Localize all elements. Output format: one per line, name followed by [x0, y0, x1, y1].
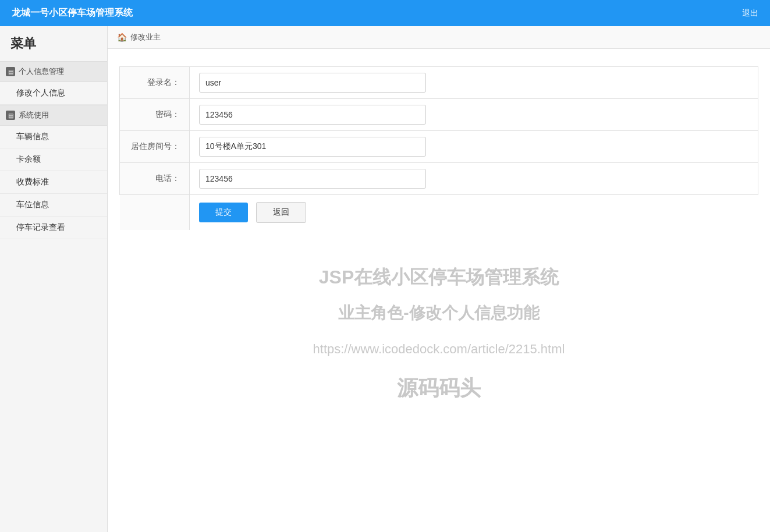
watermark-line4: 源码码头: [119, 374, 758, 403]
breadcrumb: 🏠 修改业主: [108, 26, 770, 49]
main-content: 🏠 修改业主 登录名： 密码：: [108, 26, 770, 532]
username-input[interactable]: [199, 73, 426, 93]
input-cell-username: [190, 67, 758, 99]
form-area: 登录名： 密码： 居住房间号：: [108, 49, 770, 242]
sidebar-item-parking-record[interactable]: 停车记录查看: [0, 217, 107, 239]
form-row-buttons: 提交 返回: [120, 195, 758, 230]
back-button[interactable]: 返回: [256, 202, 306, 223]
buttons-cell: 提交 返回: [190, 195, 758, 230]
form-row-room: 居住房间号：: [120, 131, 758, 163]
logout-button[interactable]: 退出: [742, 8, 758, 19]
app-title: 龙城一号小区停车场管理系统: [12, 7, 133, 19]
layout: 菜单 ▤ 个人信息管理 修改个人信息 ▤ 系统使用 车辆信息 卡余额 收费标准 …: [0, 26, 770, 532]
form-row-phone: 电话：: [120, 163, 758, 195]
watermark-line3: https://www.icodedock.com/article/2215.h…: [119, 342, 758, 357]
sidebar-item-modify-personal[interactable]: 修改个人信息: [0, 82, 107, 105]
sidebar-section-personal: ▤ 个人信息管理: [0, 61, 107, 82]
sidebar-item-card-balance[interactable]: 卡余额: [0, 148, 107, 171]
phone-input[interactable]: [199, 169, 426, 189]
room-input[interactable]: [199, 137, 426, 157]
sidebar: 菜单 ▤ 个人信息管理 修改个人信息 ▤ 系统使用 车辆信息 卡余额 收费标准 …: [0, 26, 108, 532]
sidebar-menu-title: 菜单: [0, 26, 107, 61]
label-password: 密码：: [120, 99, 190, 131]
form-table: 登录名： 密码： 居住房间号：: [119, 66, 758, 230]
input-cell-password: [190, 99, 758, 131]
form-row-password: 密码：: [120, 99, 758, 131]
watermark-line2: 业主角色-修改个人信息功能: [119, 302, 758, 324]
sidebar-section-system: ▤ 系统使用: [0, 105, 107, 126]
label-room: 居住房间号：: [120, 131, 190, 163]
sidebar-item-parking-space[interactable]: 车位信息: [0, 194, 107, 217]
password-input[interactable]: [199, 105, 426, 125]
input-cell-phone: [190, 163, 758, 195]
label-username: 登录名：: [120, 67, 190, 99]
watermark: JSP在线小区停车场管理系统 业主角色-修改个人信息功能 https://www…: [108, 242, 770, 426]
breadcrumb-text: 修改业主: [130, 32, 161, 42]
home-icon: 🏠: [117, 33, 127, 42]
sidebar-item-fee-standard[interactable]: 收费标准: [0, 171, 107, 194]
label-phone: 电话：: [120, 163, 190, 195]
system-section-icon: ▤: [6, 111, 15, 120]
sidebar-section-personal-label: 个人信息管理: [19, 66, 64, 77]
watermark-line1: JSP在线小区停车场管理系统: [119, 265, 758, 290]
submit-button[interactable]: 提交: [199, 203, 248, 222]
sidebar-section-system-label: 系统使用: [19, 110, 49, 120]
personal-section-icon: ▤: [6, 67, 15, 76]
header: 龙城一号小区停车场管理系统 退出: [0, 0, 770, 26]
input-cell-room: [190, 131, 758, 163]
label-empty: [120, 195, 190, 230]
sidebar-item-vehicle[interactable]: 车辆信息: [0, 126, 107, 148]
form-row-username: 登录名：: [120, 67, 758, 99]
